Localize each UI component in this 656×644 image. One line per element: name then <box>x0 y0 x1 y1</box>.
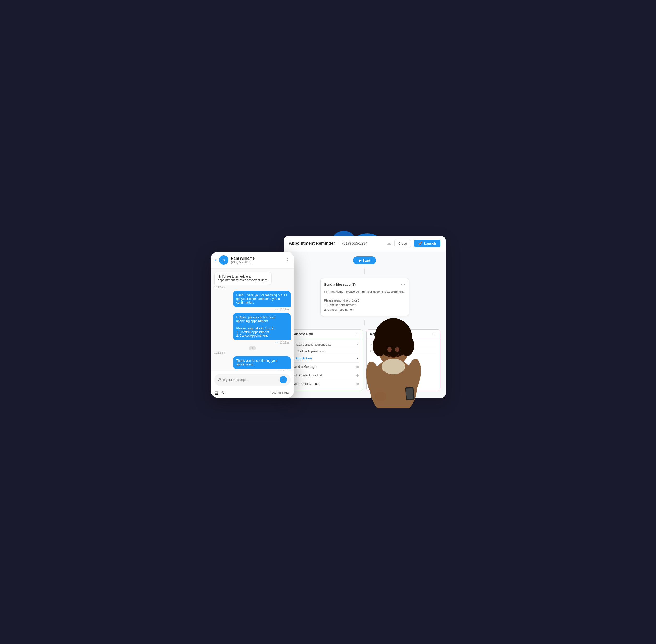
start-node[interactable]: ▶ Start <box>353 256 376 264</box>
input-row: ↑ <box>214 374 290 386</box>
crm-phone: (317) 555-1234 <box>343 241 368 246</box>
bottom-icons: ▤ ☺ <box>214 390 225 395</box>
send-button[interactable]: ↑ <box>280 376 287 384</box>
svg-point-7 <box>395 347 399 352</box>
messages-list: Hi, I'd like to schedule an appointment … <box>211 269 294 371</box>
person-figure <box>359 304 427 408</box>
msg-time-3: ✓✓10:12 am <box>275 341 290 344</box>
phone-header: ‹ ↻ Nani Williams (217) 555-0113 ⋮ <box>211 252 294 269</box>
svg-point-6 <box>387 347 392 352</box>
start-label: ▶ Start <box>359 258 370 262</box>
confirm-appointment-item: 1 Confirm Appointment <box>293 348 359 354</box>
scene: ‹ ↻ Nani Williams (217) 555-0113 ⋮ Hi, I… <box>211 231 445 413</box>
svg-point-8 <box>381 359 405 374</box>
msg-time-1: 10:12 am <box>214 286 225 289</box>
add-action-row[interactable]: + Add Action ▲ <box>293 354 359 362</box>
bottom-bar: ▤ ☺ (201) 555-0124 <box>211 388 294 398</box>
send-message-label: Send a Message <box>293 365 316 369</box>
add-action-label: + Add Action <box>293 356 312 360</box>
svg-rect-14 <box>406 388 414 399</box>
input-area: ↑ <box>211 371 294 388</box>
emoji-icon[interactable]: ☺ <box>221 390 225 395</box>
message-sent-2: Hi Nani, please confirm your upcoming ap… <box>233 313 290 340</box>
launch-label: Launch <box>424 242 436 246</box>
message-sent-3: Thank you for confirming your appointmen… <box>233 356 290 369</box>
add-contact-list-label: Add Contact to a List <box>293 373 322 377</box>
launch-button[interactable]: 🚀 Launch <box>414 240 440 247</box>
contact-name: Nani Williams <box>231 256 283 260</box>
number-badge: 1 <box>249 346 256 350</box>
flow-connector-1 <box>365 269 365 274</box>
message-sent-1: Hello! Thank you for reaching out. I'll … <box>233 291 290 307</box>
action-send-message[interactable]: Send a Message ⊕ <box>293 362 359 371</box>
msg-time-badge: 10:12 am <box>214 351 225 354</box>
contact-response-label: ↳ [s.1] Contact Response Is: <box>293 343 331 346</box>
action-add-tag[interactable]: Add Tag to Contact ⊕ <box>293 380 359 388</box>
rejection-path-menu[interactable]: ⋯ <box>433 332 436 336</box>
message-input[interactable] <box>218 378 278 382</box>
header-divider: | <box>338 241 339 246</box>
phone-mockup: ‹ ↻ Nani Williams (217) 555-0113 ⋮ Hi, I… <box>211 252 294 398</box>
svg-point-4 <box>372 335 387 356</box>
message-received-1: Hi, I'd like to schedule an appointment … <box>214 272 272 285</box>
cloud-icon: ☁ <box>387 240 391 246</box>
msg-time-2: ✓✓10:12 am <box>275 308 290 311</box>
menu-icon[interactable]: ⋮ <box>285 257 290 263</box>
header-actions: ☁ Close 🚀 Launch <box>387 240 440 247</box>
node-title: Send a Message (1) <box>324 282 356 286</box>
avatar: ↻ <box>219 255 228 265</box>
person-overlay <box>357 299 430 408</box>
bottom-phone-number: (201) 555-0124 <box>271 391 290 394</box>
add-tag-label: Add Tag to Contact <box>293 382 320 386</box>
crm-title: Appointment Reminder <box>289 241 335 246</box>
node-menu-icon[interactable]: ⋯ <box>401 282 405 287</box>
close-button[interactable]: Close <box>394 240 411 247</box>
svg-point-5 <box>400 335 414 356</box>
success-path-label: Success Path <box>293 332 313 336</box>
svg-point-11 <box>375 392 386 401</box>
contact-phone: (217) 555-0113 <box>231 260 283 264</box>
chat-icon[interactable]: ▤ <box>214 390 218 395</box>
contact-response-row: ↳ [s.1] Contact Response Is: ▲ <box>293 341 359 348</box>
success-path-header: Success Path ⋯ <box>289 330 363 339</box>
crm-header: Appointment Reminder | (317) 555-1234 ☁ … <box>284 236 445 251</box>
action-add-contact-list[interactable]: Add Contact to a List ⊕ <box>293 371 359 380</box>
back-icon[interactable]: ‹ <box>215 257 216 263</box>
confirm-label: Confirm Appointment <box>297 349 325 353</box>
rocket-icon: 🚀 <box>418 242 422 246</box>
node-header: Send a Message (1) ⋯ <box>324 282 405 287</box>
contact-info: Nani Williams (217) 555-0113 <box>231 256 283 264</box>
success-path-body: ↳ [s.1] Contact Response Is: ▲ 1 Confirm… <box>289 339 363 391</box>
success-path: Success Path ⋯ ↳ [s.1] Contact Response … <box>289 329 363 391</box>
